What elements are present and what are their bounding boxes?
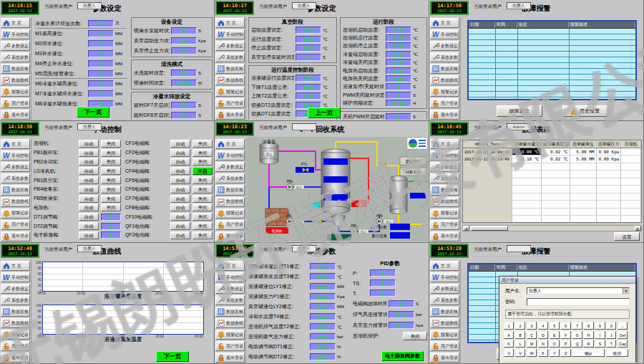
auto-button[interactable]: 自动 <box>170 176 190 184</box>
sidebar-item-bell[interactable]: 报警记录 <box>1 87 30 97</box>
value-box[interactable]: 0 <box>171 27 197 34</box>
sidebar-item-unlock[interactable]: 用户登录 <box>1 220 30 230</box>
sidebar-item-wrench[interactable]: 参数设定 <box>215 284 245 294</box>
history-alarm-button[interactable]: 历史报警 <box>562 105 608 117</box>
password-input[interactable] <box>527 298 630 306</box>
sidebar-item-wrench2[interactable]: 系统参数 <box>430 52 459 62</box>
auto-button[interactable]: 自动 <box>170 186 190 193</box>
close-button[interactable]: 关闭 <box>192 203 213 211</box>
value-box[interactable]: 0 <box>171 102 197 109</box>
sidebar-item-home[interactable]: 主 页 <box>430 139 459 149</box>
value-box[interactable]: 0 <box>171 112 197 119</box>
key-T[interactable]: T <box>606 340 616 348</box>
sidebar-item-wrench[interactable]: 参数设定 <box>1 162 30 172</box>
key-V[interactable]: V <box>515 349 525 357</box>
sidebar-item-unlock[interactable]: 用户登录 <box>215 220 245 230</box>
sidebar-item-table[interactable]: 数据表格 <box>215 307 245 317</box>
sidebar-item-bell[interactable]: 报警记录 <box>1 209 30 219</box>
sidebar-item-unlock[interactable]: 用户登录 <box>430 220 459 230</box>
close-button[interactable]: 关闭 <box>192 186 213 193</box>
scroll-right-arrow[interactable]: ► <box>635 226 641 231</box>
key-Cap[interactable]: Cap <box>618 340 628 348</box>
sidebar-item-home[interactable]: 主 页 <box>215 18 245 28</box>
value-box[interactable]: 0.0 <box>310 313 336 320</box>
sidebar-item-bell[interactable]: 报警记录 <box>215 87 245 97</box>
protect-toggle-button[interactable]: 关闭 <box>403 332 427 340</box>
key-Z[interactable]: Z <box>560 349 570 357</box>
fault-reset-button[interactable]: 故障复位 <box>497 105 542 117</box>
value-box[interactable]: 0.0 <box>310 353 336 360</box>
auto-button[interactable]: 自动 <box>79 149 99 157</box>
sidebar-item-wrench[interactable]: 参数设定 <box>430 41 459 51</box>
close-button[interactable]: 关闭 <box>192 213 213 221</box>
sidebar-item-home[interactable]: 主 页 <box>1 261 30 271</box>
auto-button[interactable]: 自动 <box>79 231 99 239</box>
sidebar-item-unlock[interactable]: 用户登录 <box>1 341 30 351</box>
value-box[interactable]: 0 <box>171 37 197 44</box>
sidebar-item-home[interactable]: 主 页 <box>1 18 30 28</box>
key-J[interactable]: J <box>606 331 616 339</box>
value-box[interactable]: 0.0 <box>386 75 411 82</box>
close-button[interactable]: 关闭 <box>101 140 121 148</box>
auto-button[interactable]: 自动 <box>170 203 190 211</box>
value-box[interactable]: 0 <box>386 83 411 90</box>
sidebar-item-lock[interactable]: 退出登录 <box>430 110 459 120</box>
sidebar-item-lock[interactable]: 退出登录 <box>1 110 30 120</box>
key-Del[interactable]: Del <box>618 331 628 339</box>
sidebar-item-wrench[interactable]: 参数设定 <box>215 162 245 172</box>
sidebar-item-lock[interactable]: 退出登录 <box>430 353 459 363</box>
key-F[interactable]: F <box>560 331 570 339</box>
key-S[interactable]: S <box>595 340 605 348</box>
value-box[interactable]: 0.0 <box>296 75 321 82</box>
sidebar-item-manual[interactable]: W手动控制 <box>215 29 245 39</box>
key-3[interactable]: 3 <box>527 322 537 330</box>
sidebar-item-table[interactable]: 数据表格 <box>1 185 30 195</box>
value-box[interactable]: 0.0 <box>296 27 321 34</box>
key-K[interactable]: K <box>504 340 514 348</box>
valve-value-box[interactable]: 0 <box>101 214 121 221</box>
key-←[interactable]: ← <box>618 322 628 330</box>
sidebar-item-unlock[interactable]: 用户登录 <box>215 341 245 351</box>
value-box[interactable]: 0.0 <box>310 263 336 270</box>
value-box[interactable]: 0.0 <box>296 44 321 52</box>
value-box[interactable]: 0.0 <box>389 322 414 329</box>
sidebar-item-lock[interactable]: 退出登录 <box>1 353 30 363</box>
auto-button[interactable]: 自动 <box>170 167 190 175</box>
auto-button[interactable]: 自动 <box>170 222 190 230</box>
key-A[interactable]: A <box>504 331 514 339</box>
valve-2[interactable] <box>316 219 321 224</box>
sidebar-item-bell[interactable]: 报警记录 <box>430 87 459 97</box>
value-box[interactable]: 0.00 <box>386 100 411 107</box>
data-cell[interactable]: 5.00 MM <box>570 155 597 163</box>
value-box[interactable]: 0 <box>88 40 114 47</box>
key-1[interactable]: 1 <box>504 322 514 330</box>
sidebar-item-wrench2[interactable]: 系统参数 <box>215 295 245 305</box>
sidebar-item-curve[interactable]: 数据曲线 <box>215 197 245 207</box>
sidebar-item-manual[interactable]: W手动控制 <box>1 29 30 39</box>
close-button[interactable]: 关闭 <box>101 149 121 157</box>
value-box[interactable]: 0 <box>88 80 114 87</box>
sidebar-item-table[interactable]: 数据表格 <box>215 185 245 195</box>
key-H[interactable]: H <box>583 331 593 339</box>
cancel-button[interactable]: 取消 <box>606 349 628 357</box>
value-box[interactable]: 0 <box>88 30 114 37</box>
pid-value-box[interactable]: 0 <box>370 289 396 297</box>
sidebar-item-unlock[interactable]: 用户登录 <box>430 98 459 108</box>
sidebar-item-lock[interactable]: 退出登录 <box>1 231 30 241</box>
value-box[interactable]: 0.0 <box>296 36 321 43</box>
sidebar-item-bell[interactable]: 报警记录 <box>215 330 245 340</box>
key-4[interactable]: 4 <box>538 322 548 330</box>
sidebar-item-lock[interactable]: 退出登录 <box>430 231 459 241</box>
sidebar-item-table[interactable]: 数据表格 <box>215 64 245 74</box>
close-button[interactable]: 关闭 <box>192 222 213 230</box>
nav-page-button[interactable]: 电子膨胀阀参数 <box>381 351 424 361</box>
key-E[interactable]: E <box>550 331 560 339</box>
close-button[interactable]: 关闭 <box>192 149 213 157</box>
sidebar-item-home[interactable]: 主 页 <box>430 261 459 271</box>
chevron-down-icon[interactable]: ▼ <box>623 288 629 294</box>
sidebar-item-wrench2[interactable]: 系统参数 <box>215 52 245 62</box>
sidebar-item-home[interactable]: 主 页 <box>430 18 459 28</box>
data-cell[interactable] <box>621 148 641 156</box>
value-box[interactable]: 0.0 <box>310 333 336 340</box>
close-button[interactable]: 关闭 <box>101 186 121 193</box>
